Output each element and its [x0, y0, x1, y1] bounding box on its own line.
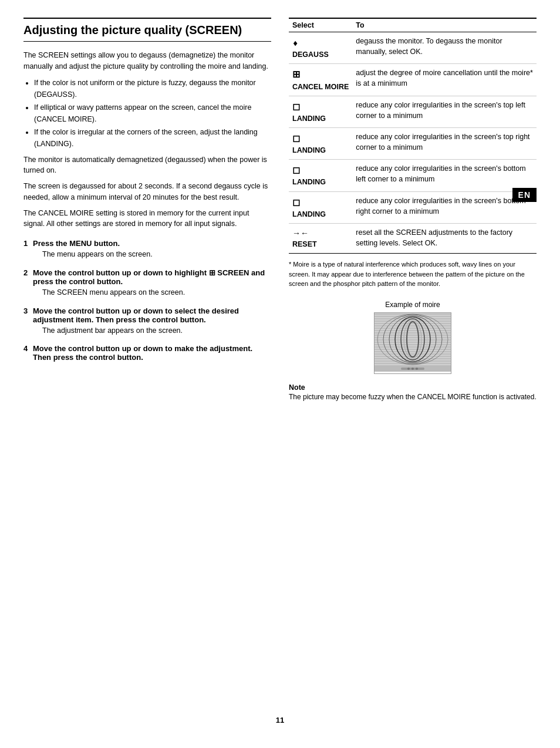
- step-content: Move the control button up or down to se…: [33, 306, 271, 336]
- col-to: To: [352, 18, 537, 32]
- list-item: If the color is irregular at the corners…: [34, 126, 271, 150]
- landing-tr-label: LANDING: [292, 146, 326, 154]
- note-section: Note The picture may become fuzzy when t…: [289, 383, 537, 402]
- icon-cell: ⬧ DEGAUSS: [289, 32, 352, 64]
- landing-tl-label: LANDING: [292, 114, 326, 123]
- step-title: Move the control button up or down to hi…: [33, 268, 265, 286]
- step-desc: The adjustment bar appears on the screen…: [42, 325, 271, 336]
- page-number: 11: [23, 716, 537, 725]
- cancel-moire-desc: adjust the degree of moire cancellation …: [352, 64, 537, 96]
- page-title: Adjusting the picture quality (SCREEN): [23, 18, 271, 42]
- svg-point-14: [407, 368, 410, 370]
- moire-svg: [375, 313, 451, 372]
- intro-paragraph: The SCREEN settings allow you to degauss…: [23, 50, 271, 72]
- svg-point-16: [416, 368, 418, 370]
- icon-cell: →← RESET: [289, 223, 352, 253]
- cancel-moire-icon: ⊞: [292, 68, 300, 81]
- step-title: Move the control button up or down to se…: [33, 306, 239, 324]
- table-row: ◻ LANDING reduce any color irregularitie…: [289, 191, 537, 223]
- table-row: ⊞ CANCEL MOIRE adjust the degree of moir…: [289, 64, 537, 96]
- reset-label: RESET: [292, 240, 317, 248]
- icon-cell: ◻ LANDING: [289, 96, 352, 127]
- right-column: EN Select To ⬧ DEGAUSS d: [289, 18, 537, 704]
- step-1: 1 Press the MENU button. The menu appear…: [23, 239, 271, 260]
- step-number: 4: [23, 344, 33, 362]
- step-2: 2 Move the control button up or down to …: [23, 268, 271, 298]
- bullet-list: If the color is not uniform or the pictu…: [34, 77, 271, 150]
- step-content: Move the control button up or down to ma…: [33, 344, 271, 362]
- note-title: Note: [289, 383, 537, 392]
- table-row: ◻ LANDING reduce any color irregularitie…: [289, 127, 537, 159]
- en-badge: EN: [512, 188, 537, 202]
- table-row: ◻ LANDING reduce any color irregularitie…: [289, 96, 537, 127]
- step-content: Press the MENU button. The menu appears …: [33, 239, 271, 260]
- icon-cell: ◻ LANDING: [289, 127, 352, 159]
- icon-cell: ⊞ CANCEL MOIRE: [289, 64, 352, 96]
- svg-point-15: [411, 368, 414, 370]
- left-column: Adjusting the picture quality (SCREEN) T…: [23, 18, 271, 704]
- landing-br-label: LANDING: [292, 210, 326, 218]
- step-number: 3: [23, 306, 33, 336]
- step-content: Move the control button up or down to hi…: [33, 268, 271, 298]
- table-row: →← RESET reset all the SCREEN adjustment…: [289, 223, 537, 253]
- step-number: 2: [23, 268, 33, 298]
- col-select: Select: [289, 18, 352, 32]
- degauss-label: DEGAUSS: [292, 50, 329, 59]
- landing-tr-desc: reduce any color irregularities in the s…: [352, 127, 537, 159]
- step-title: Press the MENU button.: [33, 239, 120, 248]
- example-label: Example of moire: [289, 301, 537, 309]
- list-item: If elliptical or wavy patterns appear on…: [34, 102, 271, 125]
- landing-tl-desc: reduce any color irregularities in the s…: [352, 96, 537, 127]
- step-desc: The SCREEN menu appears on the screen.: [42, 287, 271, 298]
- landing-bl-icon: ◻: [292, 163, 300, 177]
- step-desc: The menu appears on the screen.: [42, 249, 271, 260]
- note-text: The picture may become fuzzy when the CA…: [289, 392, 537, 402]
- footnote: * Moire is a type of natural interferenc…: [289, 260, 537, 289]
- landing-tl-icon: ◻: [292, 100, 300, 113]
- degauss-desc: degauss the monitor. To degauss the moni…: [352, 32, 537, 64]
- landing-bl-desc: reduce any color irregularities in the s…: [352, 160, 537, 191]
- reset-desc: reset all the SCREEN adjustments to the …: [352, 223, 537, 253]
- page: Adjusting the picture quality (SCREEN) T…: [0, 0, 560, 748]
- cancel-moire-label: CANCEL MOIRE: [292, 83, 349, 91]
- landing-br-icon: ◻: [292, 196, 300, 209]
- landing-tr-icon: ◻: [292, 132, 300, 145]
- degauss-auto-note: The monitor is automatically demagnetize…: [23, 154, 271, 177]
- step-3: 3 Move the control button up or down to …: [23, 306, 271, 336]
- reset-icon: →←: [292, 227, 309, 239]
- degauss-interval-note: The screen is degaussed for about 2 seco…: [23, 181, 271, 203]
- moire-image-wrapper: [374, 312, 451, 374]
- landing-br-desc: reduce any color irregularities in the s…: [352, 191, 537, 223]
- settings-table: Select To ⬧ DEGAUSS degauss the monitor.…: [289, 18, 537, 254]
- icon-cell: ◻ LANDING: [289, 191, 352, 223]
- example-moire-section: Example of moire: [289, 301, 537, 374]
- step-number: 1: [23, 239, 33, 260]
- table-row: ⬧ DEGAUSS degauss the monitor. To degaus…: [289, 32, 537, 64]
- landing-bl-label: LANDING: [292, 178, 326, 186]
- icon-cell: ◻ LANDING: [289, 160, 352, 191]
- table-row: ◻ LANDING reduce any color irregularitie…: [289, 160, 537, 191]
- list-item: If the color is not uniform or the pictu…: [34, 77, 271, 100]
- degauss-icon: ⬧: [292, 36, 298, 49]
- step-title: Move the control button up or down to ma…: [33, 344, 252, 362]
- memory-text: The CANCEL MOIRE setting is stored in me…: [23, 208, 271, 230]
- step-4: 4 Move the control button up or down to …: [23, 344, 271, 362]
